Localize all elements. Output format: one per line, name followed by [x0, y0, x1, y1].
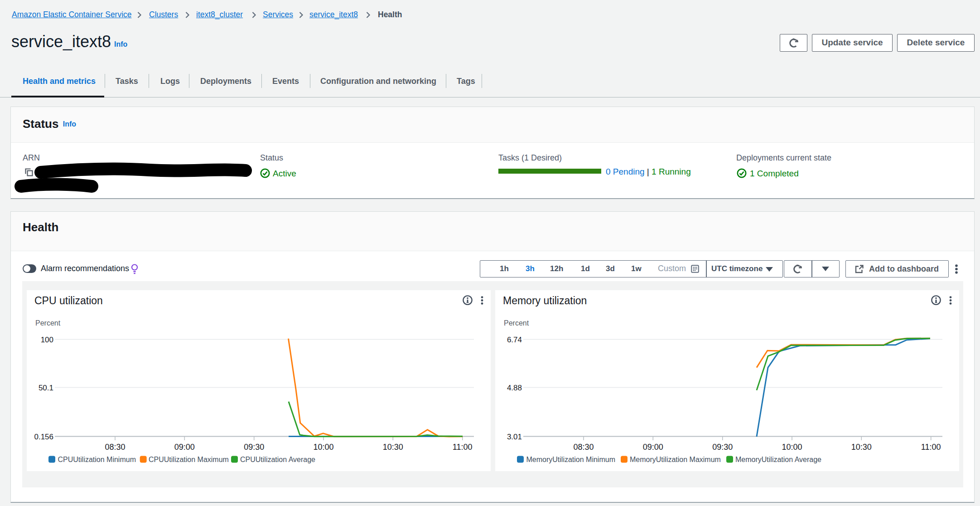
svg-text:08:30: 08:30 — [105, 443, 125, 452]
svg-text:08:30: 08:30 — [573, 443, 594, 452]
svg-text:11:00: 11:00 — [921, 443, 941, 452]
svg-text:09:00: 09:00 — [643, 443, 663, 452]
svg-text:100: 100 — [41, 336, 53, 344]
svg-text:MemoryUtilization Minimum: MemoryUtilization Minimum — [526, 456, 615, 463]
svg-text:MemoryUtilization Maximum: MemoryUtilization Maximum — [630, 456, 721, 463]
svg-text:0.156: 0.156 — [34, 433, 53, 441]
svg-text:50.1: 50.1 — [39, 384, 53, 392]
svg-text:10:30: 10:30 — [383, 443, 403, 452]
svg-text:MemoryUtilization Average: MemoryUtilization Average — [735, 456, 821, 463]
svg-text:6.74: 6.74 — [507, 336, 522, 344]
svg-text:09:30: 09:30 — [712, 443, 733, 452]
svg-text:CPUUtilization Average: CPUUtilization Average — [240, 456, 315, 463]
svg-text:10:00: 10:00 — [782, 443, 802, 452]
svg-text:Percent: Percent — [35, 319, 61, 327]
svg-text:4.88: 4.88 — [507, 384, 522, 392]
svg-text:CPUUtilization Maximum: CPUUtilization Maximum — [149, 456, 229, 463]
svg-text:09:30: 09:30 — [244, 443, 264, 452]
svg-text:09:00: 09:00 — [174, 443, 195, 452]
svg-text:10:30: 10:30 — [851, 443, 872, 452]
svg-text:Percent: Percent — [504, 319, 529, 327]
svg-text:CPUUtilization Minimum: CPUUtilization Minimum — [58, 456, 136, 463]
svg-text:3.01: 3.01 — [507, 433, 522, 441]
svg-text:11:00: 11:00 — [453, 443, 473, 452]
svg-text:10:00: 10:00 — [313, 443, 333, 452]
